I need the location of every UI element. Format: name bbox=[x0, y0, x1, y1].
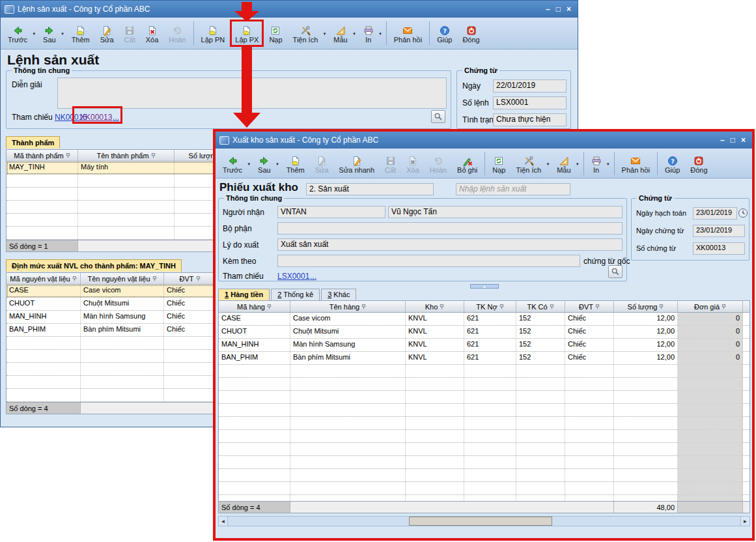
maximize-button[interactable]: □ bbox=[731, 136, 735, 145]
chevron-down-icon[interactable]: ▾ bbox=[276, 162, 279, 167]
column-header-ten-nguyen-vat-lieu[interactable]: Tên nguyên vật liệu bbox=[81, 273, 164, 284]
toolbar-button-nap[interactable]: Nạp bbox=[264, 20, 287, 47]
maximize-button[interactable]: □ bbox=[556, 5, 561, 14]
toolbar-button-mau[interactable]: Mẫu▾ bbox=[328, 20, 357, 47]
minimize-button[interactable]: – bbox=[546, 5, 550, 14]
chevron-down-icon[interactable]: ▾ bbox=[547, 162, 550, 167]
toolbar-button-tien-ich[interactable]: Tiện ích▾ bbox=[511, 150, 552, 177]
toolbar-button-sau[interactable]: Sau▾ bbox=[38, 20, 66, 47]
table-row-empty[interactable] bbox=[219, 378, 749, 391]
table-row-empty[interactable] bbox=[219, 417, 749, 430]
production-order-input[interactable]: Nhập lệnh sản xuất bbox=[456, 183, 570, 195]
table-row-empty[interactable] bbox=[219, 391, 749, 404]
receiver-code-input[interactable]: VNTAN bbox=[277, 206, 385, 218]
issue-type-select[interactable]: 2. Sản xuất bbox=[306, 183, 434, 195]
toolbar-button-dong[interactable]: Đóng bbox=[457, 20, 484, 47]
column-header-ma-nguyen-vat-lieu[interactable]: Mã nguyên vật liệu bbox=[7, 273, 81, 284]
table-row-empty[interactable] bbox=[219, 482, 749, 495]
tab-thong-ke[interactable]: 2 Thống kê bbox=[271, 289, 320, 300]
reference-more-link[interactable]: ... bbox=[310, 272, 316, 281]
table-row[interactable]: BAN_PHIMBàn phím MitsumiChiếc bbox=[7, 324, 240, 337]
column-header-tk-co[interactable]: TK Có bbox=[516, 301, 565, 312]
close-button[interactable]: × bbox=[741, 136, 746, 145]
column-header-tk-no[interactable]: TK Nợ bbox=[464, 301, 516, 312]
voucher-date-input[interactable]: 23/01/2019 bbox=[693, 225, 745, 237]
chevron-down-icon[interactable]: ▾ bbox=[248, 162, 251, 167]
table-row[interactable]: MAN_HINHMàn hình SamsungKNVL621152Chiếc1… bbox=[219, 339, 749, 352]
table-row-empty[interactable] bbox=[219, 495, 749, 501]
toolbar-button-phan-hoi[interactable]: Phản hồi bbox=[617, 150, 655, 177]
table-row-empty[interactable] bbox=[7, 188, 240, 201]
chevron-down-icon[interactable]: ▾ bbox=[353, 31, 356, 36]
toolbar-button-nap[interactable]: Nạp bbox=[487, 150, 511, 177]
table-row-empty[interactable] bbox=[7, 214, 240, 227]
table-row-empty[interactable] bbox=[219, 365, 749, 378]
table-row-empty[interactable] bbox=[7, 350, 240, 363]
column-header-kho[interactable]: Kho bbox=[406, 301, 464, 312]
table-row[interactable]: CHUOTChuột MitsumiKNVL621152Chiếc12,000 bbox=[219, 326, 749, 339]
splitter-collapse-button[interactable]: ▲ bbox=[470, 284, 499, 289]
column-header-so-luong[interactable]: Số lượng bbox=[614, 301, 678, 312]
table-row[interactable]: BAN_PHIMBàn phím MitsumiKNVL621152Chiếc1… bbox=[219, 352, 749, 365]
table-row[interactable]: CHUOTChuột MitsumiChiếc bbox=[7, 298, 240, 311]
reference-link-lsx0001[interactable]: LSX0001 bbox=[277, 272, 309, 281]
table-row[interactable]: CASECase vicomKNVL621152Chiếc12,000 bbox=[219, 313, 749, 326]
chevron-down-icon[interactable]: ▾ bbox=[61, 31, 64, 36]
table-row-empty[interactable] bbox=[7, 389, 240, 402]
table-row[interactable]: MAY_TINHMáy tính bbox=[7, 162, 240, 175]
column-header-ten-hang[interactable]: Tên hàng bbox=[290, 301, 406, 312]
toolbar-button-sua[interactable]: Sửa bbox=[95, 20, 119, 47]
clock-icon[interactable] bbox=[738, 208, 748, 218]
table-row-empty[interactable] bbox=[7, 337, 240, 350]
column-header-don-gia[interactable]: Đơn giá bbox=[678, 301, 743, 312]
status-input[interactable]: Chưa thực hiện bbox=[493, 113, 567, 126]
search-reference-button[interactable] bbox=[608, 265, 623, 278]
chevron-down-icon[interactable]: ▾ bbox=[324, 31, 326, 36]
column-header-dvt[interactable]: ĐVT bbox=[565, 301, 614, 312]
horizontal-scrollbar[interactable]: ◄ ► bbox=[218, 516, 750, 526]
minimize-button[interactable]: – bbox=[720, 136, 725, 145]
scrollbar-thumb[interactable] bbox=[409, 517, 552, 526]
toolbar-button-xoa[interactable]: Xóa bbox=[141, 20, 164, 47]
tab-khac[interactable]: 3 Khác bbox=[321, 289, 356, 300]
voucher-no-input[interactable]: XK00013 bbox=[693, 242, 745, 255]
titlebar[interactable]: Xuất kho sản xuất - Công ty Cổ phần ABC … bbox=[216, 132, 752, 149]
toolbar-button-in[interactable]: In▾ bbox=[358, 20, 384, 47]
toolbar-button-them[interactable]: Thêm bbox=[281, 150, 310, 177]
toolbar-button-bo-ghi[interactable]: Bỏ ghi bbox=[452, 150, 483, 177]
titlebar[interactable]: Lệnh sản xuất - Công ty Cổ phần ABC – □ … bbox=[1, 1, 578, 18]
table-row-empty[interactable] bbox=[7, 363, 240, 376]
table-row-empty[interactable] bbox=[7, 376, 240, 389]
toolbar-button-in[interactable]: In▾ bbox=[586, 150, 612, 177]
toolbar-button-sua-nhanh[interactable]: Sửa nhanh bbox=[334, 150, 380, 177]
toolbar-button-giup[interactable]: ?Giúp bbox=[660, 150, 685, 177]
chevron-down-icon[interactable]: ▾ bbox=[33, 31, 36, 36]
toolbar-button-giup[interactable]: ?Giúp bbox=[432, 20, 457, 47]
chevron-down-icon[interactable]: ▾ bbox=[379, 31, 382, 36]
toolbar-button-sau[interactable]: Sau▾ bbox=[253, 150, 281, 177]
column-header-dvt[interactable]: ĐVT bbox=[164, 273, 216, 284]
posting-date-input[interactable]: 23/01/2019 bbox=[693, 207, 737, 220]
table-row-empty[interactable] bbox=[219, 456, 749, 469]
toolbar-button-lap-px[interactable]: Lập PX bbox=[230, 20, 264, 47]
toolbar-button-tien-ich[interactable]: Tiện ích▾ bbox=[288, 20, 329, 47]
order-no-input[interactable]: LSX0001 bbox=[493, 96, 567, 109]
search-reference-button[interactable] bbox=[431, 110, 445, 123]
table-row-empty[interactable] bbox=[7, 175, 240, 188]
toolbar-button-dong[interactable]: Đóng bbox=[685, 150, 712, 177]
table-row-empty[interactable] bbox=[7, 201, 240, 214]
table-row-empty[interactable] bbox=[219, 443, 749, 456]
close-button[interactable]: × bbox=[567, 5, 571, 14]
table-row-empty[interactable] bbox=[219, 469, 749, 482]
receiver-name-input[interactable]: Vũ Ngọc Tấn bbox=[388, 206, 623, 218]
toolbar-button-them[interactable]: Thêm bbox=[66, 20, 95, 47]
table-row-empty[interactable] bbox=[219, 430, 749, 443]
table-row-empty[interactable] bbox=[7, 227, 240, 240]
chevron-down-icon[interactable]: ▾ bbox=[607, 162, 609, 167]
toolbar-button-phan-hoi[interactable]: Phản hồi bbox=[389, 20, 427, 47]
attachment-input[interactable] bbox=[277, 255, 580, 267]
date-input[interactable]: 22/01/2019 bbox=[493, 79, 567, 93]
scroll-right-button[interactable]: ► bbox=[740, 517, 749, 526]
table-row[interactable]: MAN_HINHMàn hình SamsungChiếc bbox=[7, 311, 240, 324]
scroll-left-button[interactable]: ◄ bbox=[219, 517, 228, 526]
